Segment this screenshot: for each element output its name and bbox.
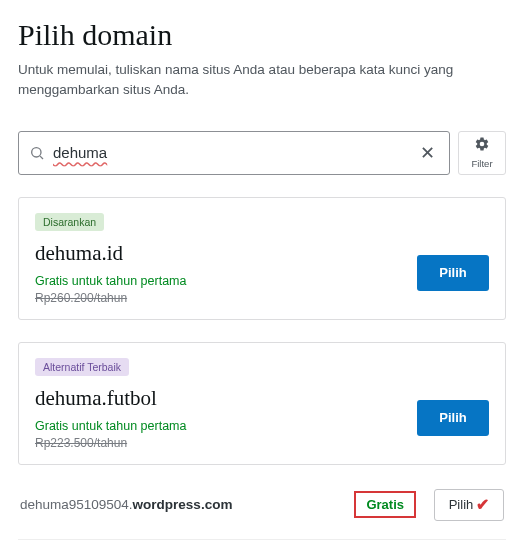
badge-best-alt: Alternatif Terbaik [35,358,129,376]
domain-name: dehuma95109504.wordpress.com [20,497,354,512]
suggestion-card: Disarankan dehuma.id Gratis untuk tahun … [18,197,506,320]
search-box[interactable]: dehuma ✕ [18,131,450,175]
filter-button[interactable]: Filter [458,131,506,175]
page-subtitle: Untuk memulai, tuliskan nama situs Anda … [18,60,506,101]
gear-icon [474,136,490,156]
domain-name: dehuma.futbol [35,386,186,411]
select-button[interactable]: Pilih ✔ [434,489,504,521]
domain-list-row: dehuma95109504.wordpress.com Gratis Pili… [18,471,506,540]
clear-icon[interactable]: ✕ [416,138,439,168]
svg-point-0 [32,147,41,156]
badge-recommended: Disarankan [35,213,104,231]
page-title: Pilih domain [18,18,506,52]
domain-name: dehuma.id [35,241,186,266]
svg-line-1 [40,156,43,159]
select-button[interactable]: Pilih [417,400,489,436]
search-icon [29,145,45,161]
old-price: Rp260.200/tahun [35,291,186,305]
suggestion-card: Alternatif Terbaik dehuma.futbol Gratis … [18,342,506,465]
check-icon: ✔ [476,495,489,514]
select-button[interactable]: Pilih [417,255,489,291]
free-year-text: Gratis untuk tahun pertama [35,274,186,288]
gratis-badge: Gratis [354,491,416,518]
filter-label: Filter [471,158,492,169]
old-price: Rp223.500/tahun [35,436,186,450]
free-year-text: Gratis untuk tahun pertama [35,419,186,433]
search-input[interactable]: dehuma [53,144,235,161]
domain-list-row: dehuma.moda Gratis untuk tahun pertama R… [18,540,506,551]
